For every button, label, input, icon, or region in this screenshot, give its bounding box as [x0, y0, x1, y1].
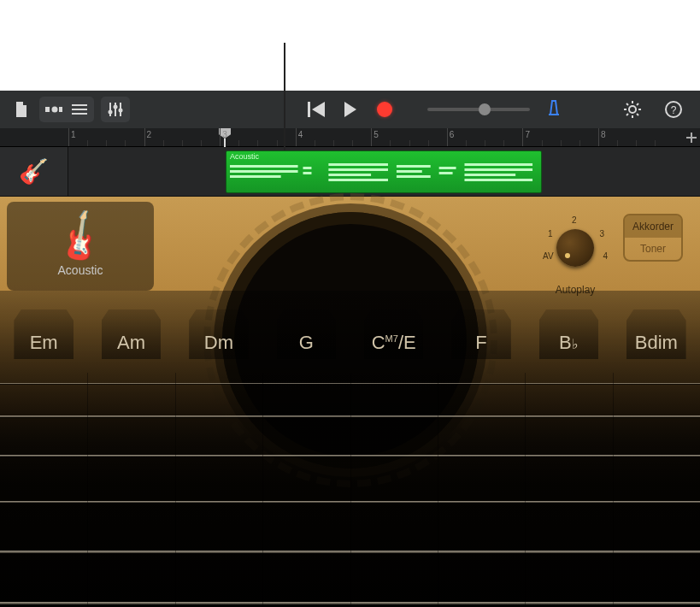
skip-back-icon [308, 102, 325, 117]
chord-divider [525, 373, 526, 607]
chord-button[interactable]: F [438, 313, 525, 373]
autoplay-control: AV 1 2 3 4 Autoplay [541, 214, 609, 296]
ruler-subtick [503, 140, 504, 146]
mode-chords-button[interactable]: Akkorder [625, 215, 681, 238]
svg-rect-27 [464, 163, 532, 166]
instrument-picker[interactable]: 🎸 Acoustic [7, 202, 154, 291]
ruler-subtick [466, 140, 467, 146]
metronome-button[interactable] [545, 99, 562, 120]
svg-point-7 [114, 105, 118, 109]
dial-1: 1 [548, 229, 553, 239]
midi-region[interactable]: Acoustic [226, 150, 542, 193]
svg-rect-2 [59, 107, 62, 112]
mode-tones-button[interactable]: Toner [625, 238, 681, 260]
svg-rect-5 [72, 113, 87, 115]
ruler-subtick [390, 140, 391, 146]
play-icon [343, 102, 358, 117]
ruler-subtick [352, 140, 353, 146]
ruler-subtick [579, 140, 580, 146]
chord-label: Am [117, 332, 145, 354]
knob-indicator [565, 253, 570, 258]
tracks-view-button[interactable] [68, 98, 91, 121]
metronome-icon [545, 99, 562, 116]
my-songs-button[interactable] [9, 97, 34, 122]
svg-rect-21 [328, 179, 388, 181]
chord-divider [262, 373, 263, 607]
svg-rect-22 [397, 165, 431, 168]
ruler-subtick [182, 140, 183, 146]
svg-point-8 [119, 109, 123, 113]
ruler-bar [371, 128, 372, 146]
transport-controls [307, 100, 394, 119]
svg-rect-9 [308, 102, 310, 117]
svg-rect-29 [464, 174, 515, 176]
ruler-subtick [125, 140, 126, 146]
svg-rect-15 [230, 175, 281, 178]
chord-label: Dm [204, 332, 233, 354]
chord-button[interactable]: CM7/E [350, 313, 438, 373]
chord-button[interactable]: B♭ [525, 313, 612, 373]
chord-button[interactable]: Dm [175, 313, 262, 373]
help-button[interactable]: ? [661, 97, 686, 122]
track-header[interactable]: 🎸 [0, 147, 68, 196]
ruler-bar [522, 128, 523, 146]
dial-4: 4 [603, 251, 608, 261]
timeline-ruler[interactable]: 12345678 [0, 128, 700, 147]
chord-divider [613, 373, 614, 607]
toolbar-right: ? [620, 97, 691, 122]
list-icon [72, 103, 87, 115]
svg-rect-0 [45, 107, 50, 112]
guitar-icon: 🎸 [19, 157, 49, 186]
chord-label: Bdim [635, 332, 678, 354]
ruler-number: 5 [374, 130, 379, 139]
play-button[interactable] [341, 100, 360, 119]
strings-area[interactable] [0, 373, 700, 607]
controls-group [101, 97, 130, 122]
browser-view-button[interactable] [42, 98, 66, 121]
region-label: Acoustic [226, 151, 541, 162]
go-to-start-button[interactable] [307, 100, 326, 119]
chord-button[interactable]: Am [87, 313, 174, 373]
track-controls-button[interactable] [103, 98, 127, 121]
ruler-bar [220, 128, 221, 146]
ruler-subtick [163, 140, 164, 146]
track-row: 🎸 Acoustic [0, 147, 700, 197]
chord-label: F [475, 332, 486, 354]
chord-button[interactable]: Bdim [613, 313, 700, 373]
ruler-subtick [333, 140, 334, 146]
settings-button[interactable] [620, 97, 645, 122]
ruler-subtick [428, 140, 429, 146]
chord-divider [350, 373, 351, 607]
svg-rect-17 [303, 172, 312, 174]
browser-icon [45, 103, 62, 115]
dial-2: 2 [572, 215, 577, 225]
autoplay-knob[interactable] [556, 229, 594, 267]
chord-divider [87, 373, 88, 607]
chord-label: G [299, 332, 314, 354]
ruler-subtick [409, 140, 410, 146]
add-section-button[interactable] [686, 131, 697, 146]
ruler-bar [598, 128, 599, 146]
mode-segmented: Akkorder Toner [623, 214, 683, 262]
chord-label: B♭ [559, 332, 579, 354]
svg-rect-30 [464, 179, 532, 181]
right-controls: AV 1 2 3 4 Autoplay Akkorder Toner [541, 214, 683, 296]
record-button[interactable] [375, 100, 394, 119]
ruler-subtick [561, 140, 562, 146]
ruler-subtick [542, 140, 543, 146]
svg-point-6 [109, 110, 113, 115]
chord-button[interactable]: G [262, 313, 350, 373]
svg-rect-24 [397, 175, 431, 178]
help-icon: ? [665, 101, 682, 118]
ruler-subtick [617, 140, 618, 146]
svg-point-1 [52, 107, 58, 113]
svg-rect-14 [230, 170, 298, 173]
ruler-number: 3 [222, 130, 227, 139]
ruler-subtick [87, 140, 88, 146]
volume-thumb[interactable] [479, 103, 491, 115]
chord-button[interactable]: Em [0, 313, 87, 373]
chord-strip: EmAmDmGCM7/EFB♭Bdim [0, 313, 700, 373]
volume-slider[interactable] [427, 108, 530, 111]
svg-rect-16 [303, 167, 312, 169]
ruler-number: 6 [450, 130, 455, 139]
